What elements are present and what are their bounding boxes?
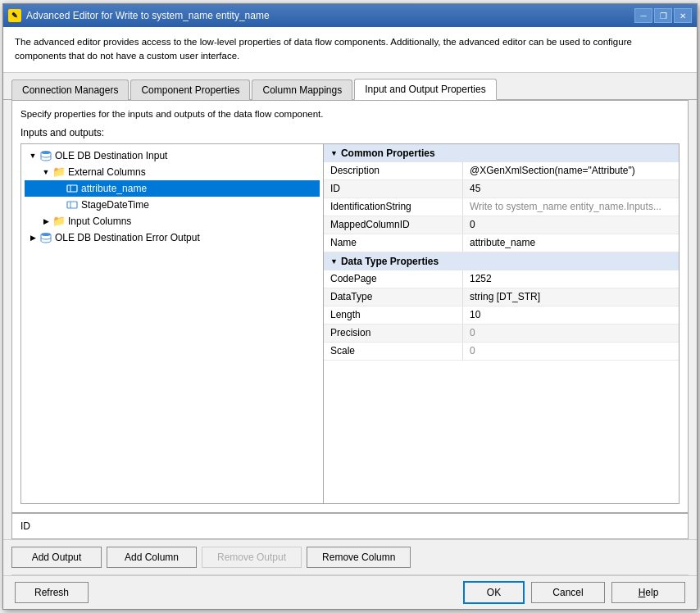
database-error-icon	[39, 231, 52, 244]
close-button[interactable]: ✕	[674, 8, 692, 23]
tree-label-attribute-name: attribute_name	[81, 183, 147, 194]
prop-key-description: Description	[324, 162, 463, 179]
prop-key-name: Name	[324, 234, 463, 252]
folder-icon-external: 📁	[52, 166, 66, 179]
prop-key-id: ID	[324, 180, 463, 198]
common-expand-icon: ▼	[330, 149, 338, 157]
inputs-outputs-label: Inputs and outputs:	[20, 127, 680, 138]
prop-row-datatype: DataType string [DT_STR]	[324, 288, 679, 306]
bottom-buttons-area: Add Output Add Column Remove Output Remo…	[3, 539, 697, 574]
expand-external-columns[interactable]: ▼	[41, 167, 51, 177]
description-text: The advanced editor provides access to t…	[15, 37, 632, 61]
tree-label-error-output: OLE DB Destination Error Output	[55, 232, 200, 243]
prop-row-codepage: CodePage 1252	[324, 270, 679, 288]
prop-key-identstring: IdentificationString	[324, 198, 463, 216]
expand-ole-db-dest-input[interactable]: ▼	[28, 151, 38, 161]
tab-component-properties[interactable]: Component Properties	[130, 79, 250, 100]
prop-key-codepage: CodePage	[324, 270, 463, 288]
prop-row-length: Length 10	[324, 306, 679, 325]
tree-item-ole-db-dest-input[interactable]: ▼ OLE DB Destination Input	[25, 148, 320, 164]
properties-panel: ▼ Common Properties Description @XGenXml…	[324, 143, 680, 505]
svg-rect-3	[67, 202, 77, 208]
datatype-expand-icon: ▼	[330, 257, 338, 266]
common-properties-label: Common Properties	[341, 148, 435, 159]
footer-right: OK Cancel Help	[463, 581, 685, 604]
expand-attribute-name	[54, 184, 64, 193]
tree-label-input-columns: Input Columns	[68, 216, 131, 227]
window-icon: ✎	[8, 9, 21, 22]
database-icon	[39, 149, 52, 162]
help-label: Help	[639, 587, 659, 598]
id-description-text: ID	[20, 520, 30, 532]
tabs-bar: Connection Managers Component Properties…	[3, 73, 697, 100]
common-properties-header[interactable]: ▼ Common Properties	[324, 144, 679, 162]
title-bar: ✎ Advanced Editor for Write to system_na…	[3, 4, 697, 27]
folder-icon-input: 📁	[52, 215, 66, 228]
tab-connection-managers[interactable]: Connection Managers	[11, 79, 129, 100]
expand-error-output[interactable]: ▶	[28, 233, 38, 243]
prop-value-datatype[interactable]: string [DT_STR]	[463, 288, 679, 306]
tab-input-output-properties[interactable]: Input and Output Properties	[354, 79, 496, 100]
svg-point-5	[41, 233, 51, 236]
add-output-button[interactable]: Add Output	[11, 547, 102, 568]
remove-output-button[interactable]: Remove Output	[202, 547, 302, 568]
prop-value-scale: 0	[463, 343, 679, 360]
prop-value-precision: 0	[463, 325, 679, 342]
tab-column-mappings[interactable]: Column Mappings	[252, 79, 352, 100]
description-bar: The advanced editor provides access to t…	[3, 27, 697, 73]
expand-stage-datetime	[54, 200, 64, 210]
prop-row-identstring: IdentificationString Write to system_nam…	[324, 198, 679, 216]
column-icon-attribute	[66, 182, 79, 195]
prop-value-name[interactable]: attribute_name	[463, 234, 679, 252]
help-button[interactable]: Help	[611, 582, 685, 603]
tree-item-input-columns[interactable]: ▶ 📁 Input Columns	[25, 213, 320, 229]
minimize-button[interactable]: ─	[634, 8, 652, 23]
main-content-area: Specify properties for the inputs and ou…	[11, 100, 689, 514]
prop-row-name: Name attribute_name	[324, 234, 679, 252]
prop-row-id: ID 45	[324, 180, 679, 198]
specify-label: Specify properties for the inputs and ou…	[20, 109, 680, 119]
data-type-properties-label: Data Type Properties	[341, 256, 439, 267]
prop-row-description: Description @XGenXmlSection(name="Attrib…	[324, 162, 679, 180]
prop-row-mappedcolid: MappedColumnID 0	[324, 216, 679, 234]
tree-item-external-columns[interactable]: ▼ 📁 External Columns	[25, 164, 320, 180]
prop-value-length[interactable]: 10	[463, 306, 679, 324]
prop-row-precision: Precision 0	[324, 325, 679, 343]
id-description-panel: ID	[12, 513, 688, 538]
window-title: Advanced Editor for Write to system_name…	[26, 10, 634, 21]
expand-input-columns[interactable]: ▶	[41, 216, 51, 226]
prop-key-scale: Scale	[324, 343, 463, 360]
tree-panel[interactable]: ▼ OLE DB Destination Input ▼ 📁 External …	[20, 143, 324, 505]
prop-value-codepage[interactable]: 1252	[463, 270, 679, 288]
prop-key-datatype: DataType	[324, 288, 463, 306]
footer-bar: Refresh OK Cancel Help	[3, 575, 697, 609]
ok-button[interactable]: OK	[463, 581, 525, 604]
prop-value-id[interactable]: 45	[463, 180, 679, 198]
footer-left: Refresh	[15, 582, 89, 603]
tree-label-stage-datetime: StageDateTime	[81, 199, 149, 211]
restore-button[interactable]: ❐	[654, 8, 672, 23]
cancel-button[interactable]: Cancel	[531, 582, 605, 603]
window-controls: ─ ❐ ✕	[634, 8, 692, 23]
remove-column-button[interactable]: Remove Column	[307, 547, 411, 568]
splitter-area: ▼ OLE DB Destination Input ▼ 📁 External …	[20, 143, 680, 505]
prop-value-identstring: Write to system_name entity_name.Inputs.…	[463, 198, 679, 216]
tree-item-stage-datetime[interactable]: StageDateTime	[25, 197, 320, 213]
data-type-properties-header[interactable]: ▼ Data Type Properties	[324, 252, 679, 270]
refresh-button[interactable]: Refresh	[15, 582, 89, 603]
prop-row-scale: Scale 0	[324, 343, 679, 361]
svg-rect-1	[67, 185, 77, 192]
prop-key-length: Length	[324, 306, 463, 324]
tree-label-ole-db-dest-input: OLE DB Destination Input	[55, 150, 167, 161]
tree-item-attribute-name[interactable]: attribute_name	[25, 180, 320, 197]
tree-label-external-columns: External Columns	[68, 166, 146, 178]
prop-key-precision: Precision	[324, 325, 463, 342]
svg-point-0	[41, 151, 51, 154]
main-window: ✎ Advanced Editor for Write to system_na…	[2, 3, 698, 610]
column-icon-stage	[66, 198, 79, 211]
tree-item-error-output[interactable]: ▶ OLE DB Destination Error Output	[25, 229, 320, 246]
prop-value-mappedcolid[interactable]: 0	[463, 216, 679, 234]
prop-value-description[interactable]: @XGenXmlSection(name="Attribute")	[463, 162, 679, 179]
add-column-button[interactable]: Add Column	[107, 547, 197, 568]
prop-key-mappedcolid: MappedColumnID	[324, 216, 463, 234]
